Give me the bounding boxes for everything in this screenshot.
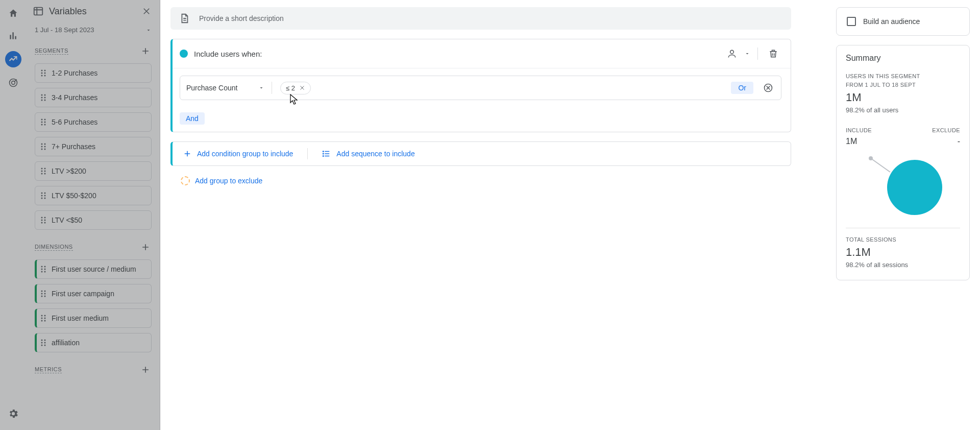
svg-point-62 <box>44 320 46 322</box>
drag-handle-icon[interactable] <box>40 314 46 322</box>
chip-label: 1-2 Purchases <box>52 69 97 77</box>
svg-point-40 <box>44 217 46 219</box>
chip-label: affiliation <box>52 339 80 347</box>
svg-rect-2 <box>34 8 43 15</box>
and-button[interactable]: And <box>180 112 205 125</box>
include-title: Include users when: <box>194 50 718 58</box>
divider <box>307 148 308 159</box>
remove-condition-button[interactable] <box>762 81 775 94</box>
add-exclude-group-button[interactable]: Add group to exclude <box>195 177 262 185</box>
svg-point-67 <box>41 345 43 346</box>
svg-point-22 <box>44 144 46 145</box>
chip-label: 7+ Purchases <box>52 142 95 151</box>
scope-selector[interactable] <box>724 45 740 62</box>
nav-settings-icon[interactable] <box>6 407 20 421</box>
svg-point-50 <box>44 271 46 273</box>
dimension-chip[interactable]: First user campaign <box>35 284 152 303</box>
svg-point-64 <box>44 340 46 341</box>
dimension-chip[interactable]: affiliation <box>35 333 152 352</box>
svg-point-34 <box>44 193 46 194</box>
chevron-down-icon <box>258 85 264 91</box>
drag-handle-icon[interactable] <box>40 290 46 298</box>
svg-point-21 <box>41 144 43 145</box>
svg-point-1 <box>12 81 15 85</box>
segment-chip[interactable]: LTV <$50 <box>35 210 152 230</box>
svg-point-47 <box>41 269 43 270</box>
add-dimension-button[interactable] <box>139 241 152 253</box>
include-label: INCLUDE <box>846 126 872 135</box>
svg-point-32 <box>44 173 46 175</box>
drag-handle-icon[interactable] <box>40 216 46 224</box>
summary-title: Summary <box>846 54 960 63</box>
chevron-down-icon[interactable] <box>744 51 750 57</box>
date-range-selector[interactable]: 1 Jul - 18 Sept 2023 <box>35 23 152 41</box>
delete-group-button[interactable] <box>765 45 781 62</box>
svg-point-71 <box>323 151 324 152</box>
svg-point-61 <box>41 320 43 322</box>
add-metric-button[interactable] <box>139 364 152 376</box>
svg-point-66 <box>44 342 46 344</box>
build-audience-card[interactable]: Build an audience <box>836 7 970 36</box>
drag-handle-icon[interactable] <box>40 69 46 77</box>
svg-point-3 <box>41 70 43 71</box>
segment-chip[interactable]: LTV >$200 <box>35 161 152 181</box>
svg-point-9 <box>41 94 43 96</box>
svg-point-28 <box>44 168 46 170</box>
drag-handle-icon[interactable] <box>40 118 46 126</box>
dimension-chip[interactable]: First user source / medium <box>35 259 152 279</box>
condition-filter-pill[interactable]: ≤ 2 <box>280 82 311 94</box>
svg-point-19 <box>41 124 43 126</box>
variables-icon <box>33 6 44 17</box>
svg-point-55 <box>41 296 43 297</box>
close-variables-button[interactable] <box>140 5 153 17</box>
svg-point-13 <box>41 100 43 101</box>
drag-handle-icon[interactable] <box>40 192 46 200</box>
svg-point-38 <box>44 198 46 199</box>
nav-advertising-icon[interactable] <box>6 76 20 90</box>
right-panel: Build an audience Summary USERS IN THIS … <box>836 7 970 280</box>
drag-handle-icon[interactable] <box>40 142 46 151</box>
add-segment-button[interactable] <box>139 45 152 57</box>
segments-section-label: SEGMENTS <box>35 47 68 55</box>
build-audience-checkbox[interactable] <box>847 17 856 26</box>
svg-point-53 <box>41 293 43 295</box>
drag-handle-icon[interactable] <box>40 339 46 347</box>
dimension-chip[interactable]: First user medium <box>35 308 152 328</box>
svg-point-30 <box>44 171 46 172</box>
segment-chip[interactable]: 7+ Purchases <box>35 137 152 156</box>
clear-filter-icon[interactable] <box>299 85 305 91</box>
nav-explore-icon[interactable] <box>5 51 21 67</box>
add-sequence-button[interactable]: Add sequence to include <box>322 149 414 158</box>
description-input[interactable]: Provide a short description <box>170 7 791 30</box>
drag-handle-icon[interactable] <box>40 167 46 175</box>
segment-chip[interactable]: 5-6 Purchases <box>35 112 152 132</box>
segment-chip[interactable]: 1-2 Purchases <box>35 63 152 83</box>
svg-point-59 <box>41 318 43 319</box>
chevron-down-icon <box>145 27 152 33</box>
metric-dropdown[interactable]: Purchase Count <box>186 82 272 94</box>
include-exclude-chart <box>846 146 960 219</box>
svg-point-10 <box>44 94 46 96</box>
svg-point-23 <box>41 146 43 148</box>
svg-point-58 <box>44 315 46 317</box>
svg-point-45 <box>41 266 43 268</box>
drag-handle-icon[interactable] <box>40 93 46 102</box>
drag-handle-icon[interactable] <box>40 265 46 273</box>
build-audience-label: Build an audience <box>863 17 920 26</box>
include-indicator-icon <box>180 50 188 58</box>
svg-point-68 <box>44 345 46 346</box>
segment-chip[interactable]: LTV $50-$200 <box>35 186 152 205</box>
nav-home-icon[interactable] <box>6 6 20 20</box>
segment-chip[interactable]: 3-4 Purchases <box>35 88 152 107</box>
svg-point-27 <box>41 168 43 170</box>
or-button[interactable]: Or <box>731 82 753 94</box>
exclude-value: - <box>932 137 960 146</box>
svg-point-73 <box>323 156 324 157</box>
add-condition-group-button[interactable]: Add condition group to include <box>183 149 293 158</box>
nav-reports-icon[interactable] <box>6 29 20 43</box>
date-range-text: 1 Jul - 18 Sept 2023 <box>35 26 94 34</box>
variables-panel: Variables 1 Jul - 18 Sept 2023 SEGMENTS … <box>27 0 160 430</box>
svg-point-5 <box>41 73 43 74</box>
chip-label: First user source / medium <box>52 265 136 273</box>
svg-point-11 <box>41 97 43 99</box>
